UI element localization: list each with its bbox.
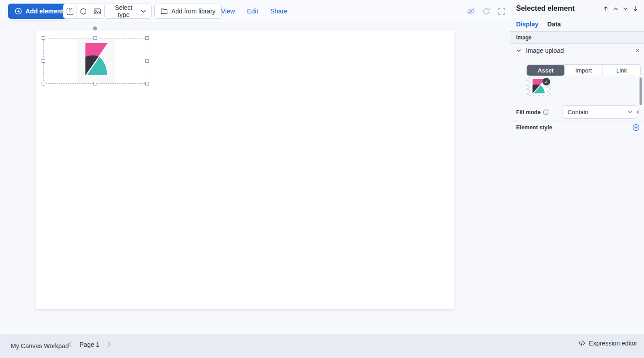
workpad-nav: View Edit Share bbox=[221, 0, 288, 22]
element-style-title: Element style bbox=[516, 124, 552, 131]
nav-edit-link[interactable]: Edit bbox=[247, 8, 258, 15]
fill-mode-value: Contain bbox=[568, 109, 589, 115]
text-element-icon bbox=[66, 8, 74, 15]
add-element-button-wrap: Add element bbox=[7, 2, 71, 20]
expression-editor-label: Expression editor bbox=[589, 340, 637, 347]
arrow-up-icon bbox=[603, 6, 609, 12]
source-link-button[interactable]: Link bbox=[602, 65, 640, 76]
remove-image-upload-button[interactable]: × bbox=[636, 47, 640, 54]
plus-in-circle-icon bbox=[15, 8, 22, 15]
refresh-button[interactable] bbox=[483, 8, 490, 15]
resize-handle-bottom-left[interactable] bbox=[42, 82, 45, 85]
divider bbox=[510, 104, 644, 104]
chevron-up-icon bbox=[613, 6, 619, 12]
asset-thumbnail[interactable]: ✓ bbox=[526, 77, 551, 96]
source-import-button[interactable]: Import bbox=[564, 65, 602, 76]
chevron-right-icon bbox=[107, 341, 111, 347]
move-to-top-button[interactable] bbox=[603, 6, 609, 12]
image-upload-accordion: Image upload × bbox=[516, 47, 640, 54]
fill-mode-select[interactable]: Contain bbox=[563, 105, 637, 119]
nav-view-link[interactable]: View bbox=[221, 8, 235, 15]
panel-title: Selected element bbox=[516, 4, 575, 13]
resize-handle-middle-right[interactable] bbox=[145, 59, 149, 63]
text-element-button[interactable] bbox=[64, 4, 77, 18]
resize-handle-bottom-middle[interactable] bbox=[93, 82, 97, 85]
quick-element-button-group bbox=[63, 4, 104, 19]
selected-element-panel: Selected element Display Data bbox=[510, 0, 644, 334]
divider bbox=[510, 135, 644, 135]
image-section-header: Image bbox=[510, 31, 644, 44]
resize-handle-middle-left[interactable] bbox=[42, 59, 45, 63]
fill-mode-row: Fill mode Contain × bbox=[516, 105, 640, 119]
selected-image-element[interactable] bbox=[43, 38, 147, 84]
element-style-row: Element style bbox=[516, 120, 640, 135]
tab-data[interactable]: Data bbox=[547, 21, 561, 32]
check-icon: ✓ bbox=[545, 80, 548, 84]
asset-selected-badge: ✓ bbox=[542, 78, 550, 85]
move-down-button[interactable] bbox=[623, 6, 628, 12]
page-controls: Page 1 bbox=[66, 340, 113, 349]
footer-bar: My Canvas Workpad Page 1 Expression edit… bbox=[0, 334, 644, 358]
chevron-down-icon bbox=[141, 10, 146, 13]
refresh-icon bbox=[483, 8, 490, 15]
image-element-button[interactable] bbox=[90, 4, 104, 18]
resize-handle-top-left[interactable] bbox=[42, 36, 45, 40]
canvas-app: Add element Select type bbox=[0, 0, 644, 358]
workpad-name[interactable]: My Canvas Workpad bbox=[11, 342, 69, 349]
arrow-down-icon bbox=[632, 6, 638, 12]
top-toolbar: Add element Select type bbox=[0, 0, 510, 22]
previous-page-button[interactable] bbox=[66, 340, 74, 349]
rotation-handle[interactable] bbox=[93, 26, 97, 30]
eye-slash-icon bbox=[467, 7, 475, 15]
move-up-button[interactable] bbox=[613, 6, 619, 12]
plus-in-circle-icon bbox=[632, 124, 640, 131]
folder-icon bbox=[161, 8, 168, 14]
expression-editor-toggle[interactable]: Expression editor bbox=[578, 340, 637, 347]
page-label[interactable]: Page 1 bbox=[80, 341, 99, 348]
resize-handle-top-middle[interactable] bbox=[93, 36, 97, 40]
kibana-logo-image bbox=[82, 43, 110, 79]
canvas-workspace bbox=[0, 22, 510, 334]
info-icon bbox=[543, 109, 549, 115]
shape-element-button[interactable] bbox=[77, 4, 90, 18]
view-controls bbox=[467, 0, 505, 22]
fill-mode-label: Fill mode bbox=[516, 109, 541, 115]
fullscreen-icon bbox=[498, 8, 505, 15]
panel-tabs: Display Data bbox=[516, 21, 561, 32]
code-icon bbox=[578, 340, 585, 346]
hide-edit-controls-button[interactable] bbox=[467, 7, 475, 15]
add-element-button[interactable]: Add element bbox=[8, 4, 70, 19]
source-asset-button[interactable]: Asset bbox=[527, 65, 564, 76]
element-order-controls bbox=[603, 6, 638, 12]
shape-element-icon bbox=[80, 8, 87, 15]
image-section-title: Image bbox=[516, 34, 532, 41]
add-element-style-button[interactable] bbox=[632, 124, 640, 131]
image-element-body bbox=[77, 39, 115, 83]
fullscreen-button[interactable] bbox=[498, 8, 505, 15]
image-element-icon bbox=[93, 8, 101, 15]
resize-handle-bottom-right[interactable] bbox=[145, 82, 149, 85]
resize-handle-top-right[interactable] bbox=[145, 36, 149, 40]
move-to-bottom-button[interactable] bbox=[632, 6, 638, 12]
add-from-library-button[interactable]: Add from library bbox=[154, 4, 222, 19]
chevron-down-icon bbox=[623, 6, 628, 12]
image-upload-label: Image upload bbox=[526, 47, 564, 54]
add-from-library-label: Add from library bbox=[171, 8, 216, 15]
tab-display[interactable]: Display bbox=[516, 21, 538, 32]
chevron-down-icon bbox=[628, 111, 632, 113]
next-page-button[interactable] bbox=[105, 340, 113, 349]
accordion-toggle-button[interactable] bbox=[516, 48, 521, 53]
add-element-label: Add element bbox=[25, 8, 63, 15]
panel-scrollbar[interactable] bbox=[640, 77, 642, 105]
panel-header: Selected element bbox=[516, 4, 638, 13]
chevron-down-icon bbox=[516, 48, 521, 53]
chevron-left-icon bbox=[68, 341, 72, 347]
nav-share-link[interactable]: Share bbox=[270, 8, 288, 15]
image-source-button-group: Asset Import Link bbox=[526, 64, 641, 76]
select-type-dropdown[interactable]: Select type bbox=[104, 4, 152, 19]
select-type-label: Select type bbox=[110, 4, 137, 18]
